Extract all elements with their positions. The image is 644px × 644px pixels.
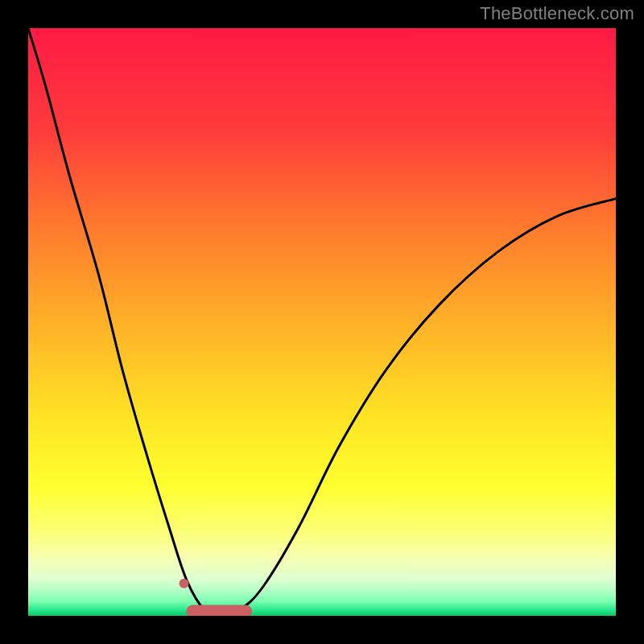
minimum-lead-dot <box>180 579 189 588</box>
plot-area <box>28 28 616 616</box>
bottleneck-curve <box>28 28 616 616</box>
chart-frame: TheBottleneck.com <box>0 0 644 644</box>
bottleneck-curve-layer <box>28 28 616 616</box>
watermark-text: TheBottleneck.com <box>480 3 634 24</box>
